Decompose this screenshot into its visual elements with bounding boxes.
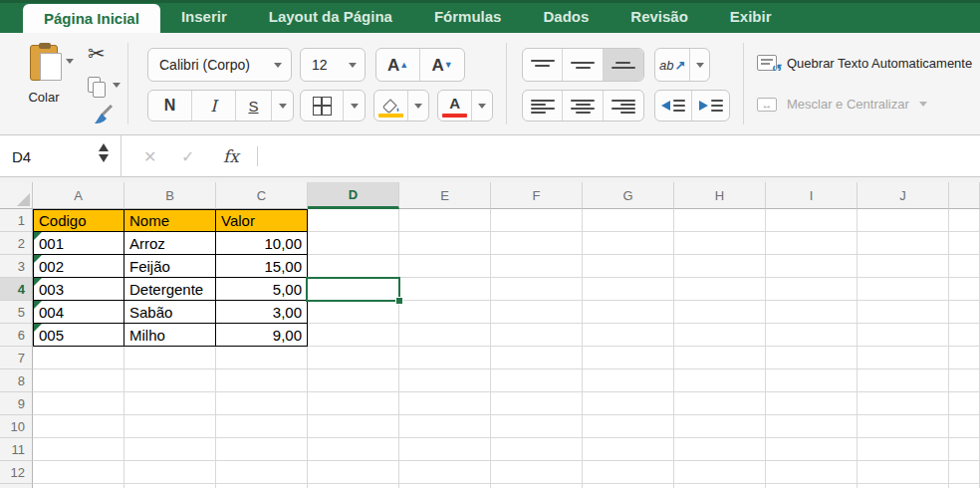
cell-E2[interactable] xyxy=(399,232,491,255)
cell-I5[interactable] xyxy=(766,301,858,324)
cell-F13[interactable] xyxy=(491,484,583,488)
cell-H3[interactable] xyxy=(674,255,766,278)
font-color-button[interactable]: A xyxy=(438,91,472,121)
cell-A13[interactable] xyxy=(33,484,124,488)
cell-E5[interactable] xyxy=(399,301,491,324)
cell-F4[interactable] xyxy=(491,278,583,301)
align-top-button[interactable] xyxy=(523,49,563,81)
table-cell-B3[interactable]: Feijão xyxy=(124,255,216,278)
cell-H13[interactable] xyxy=(674,484,766,488)
cut-button[interactable]: ✂ xyxy=(88,42,106,66)
cell-A10[interactable] xyxy=(33,415,124,438)
cell-D1[interactable] xyxy=(308,209,399,232)
cell-E9[interactable] xyxy=(399,392,491,415)
cell-F5[interactable] xyxy=(491,301,583,324)
cell-E12[interactable] xyxy=(399,461,491,484)
borders-dropdown[interactable] xyxy=(344,91,365,121)
italic-button[interactable]: I xyxy=(192,91,236,121)
cell-G13[interactable] xyxy=(583,484,674,488)
row-header-2[interactable]: 2 xyxy=(0,232,33,255)
cell-J6[interactable] xyxy=(858,324,949,347)
table-cell-C5[interactable]: 3,00 xyxy=(216,301,308,324)
row-header-9[interactable]: 9 xyxy=(0,392,33,415)
table-cell-A2[interactable]: 001 xyxy=(33,232,124,255)
cell-J3[interactable] xyxy=(858,255,949,278)
table-cell-A4[interactable]: 003 xyxy=(33,278,124,301)
select-all-corner[interactable] xyxy=(0,182,33,209)
paste-button[interactable]: Colar xyxy=(8,41,80,124)
cell-H4[interactable] xyxy=(674,278,766,301)
tab-formulas[interactable]: Fórmulas xyxy=(413,0,523,33)
font-color-dropdown[interactable] xyxy=(472,91,492,121)
merge-center-button[interactable]: ↔ Mesclar e Centralizar xyxy=(757,97,980,112)
cell-G6[interactable] xyxy=(583,324,674,347)
row-header-13[interactable]: 13 xyxy=(0,484,33,488)
text-orientation-button[interactable]: ab ↗ xyxy=(655,49,690,81)
cell-k12[interactable] xyxy=(949,461,980,484)
table-cell-C2[interactable]: 10,00 xyxy=(216,232,308,255)
cell-H6[interactable] xyxy=(674,324,766,347)
insert-function-button[interactable]: fx xyxy=(223,135,239,177)
font-name-select[interactable]: Calibri (Corpo) xyxy=(147,48,292,82)
tab-exibir[interactable]: Exibir xyxy=(709,0,793,33)
cell-H11[interactable] xyxy=(674,438,766,461)
cell-A7[interactable] xyxy=(33,347,124,369)
tab-layout-da-pagina[interactable]: Layout da Página xyxy=(248,0,413,33)
row-header-12[interactable]: 12 xyxy=(0,461,33,484)
cell-F3[interactable] xyxy=(491,255,583,278)
column-header-E[interactable]: E xyxy=(399,182,491,209)
align-middle-button[interactable] xyxy=(563,49,603,81)
cell-J2[interactable] xyxy=(858,232,949,255)
cell-C8[interactable] xyxy=(216,369,308,392)
cell-k1[interactable] xyxy=(949,209,980,232)
underline-dropdown[interactable] xyxy=(272,91,293,121)
cell-k10[interactable] xyxy=(949,415,980,438)
row-header-5[interactable]: 5 xyxy=(0,301,33,324)
cell-F7[interactable] xyxy=(491,347,583,369)
table-cell-B2[interactable]: Arroz xyxy=(124,232,216,255)
table-cell-A5[interactable]: 004 xyxy=(33,301,124,324)
tab-pagina-inicial[interactable]: Página Inicial xyxy=(23,4,160,33)
cell-A8[interactable] xyxy=(33,369,124,392)
cell-H10[interactable] xyxy=(674,415,766,438)
cell-A9[interactable] xyxy=(33,392,124,415)
cell-I13[interactable] xyxy=(766,484,858,488)
table-cell-B5[interactable]: Sabão xyxy=(124,301,216,324)
cell-G4[interactable] xyxy=(583,278,674,301)
column-header-B[interactable]: B xyxy=(124,182,216,209)
cell-H12[interactable] xyxy=(674,461,766,484)
cell-J11[interactable] xyxy=(858,438,949,461)
cell-H5[interactable] xyxy=(674,301,766,324)
cell-I3[interactable] xyxy=(766,255,858,278)
cancel-button[interactable]: ✕ xyxy=(143,135,156,177)
cell-B12[interactable] xyxy=(124,461,216,484)
wrap-text-button[interactable]: ↺ Quebrar Texto Automaticamente xyxy=(757,55,980,71)
cell-G9[interactable] xyxy=(583,392,674,415)
cell-G3[interactable] xyxy=(583,255,674,278)
cell-F12[interactable] xyxy=(491,461,583,484)
table-cell-C6[interactable]: 9,00 xyxy=(216,324,308,347)
cell-A12[interactable] xyxy=(33,461,124,484)
row-header-11[interactable]: 11 xyxy=(0,438,33,461)
cell-J7[interactable] xyxy=(858,347,949,369)
column-header-G[interactable]: G xyxy=(583,182,674,209)
cell-J10[interactable] xyxy=(858,415,949,438)
table-cell-B4[interactable]: Detergente xyxy=(124,278,216,301)
cell-E10[interactable] xyxy=(399,415,491,438)
cell-H7[interactable] xyxy=(674,347,766,369)
cell-I9[interactable] xyxy=(766,392,858,415)
confirm-button[interactable]: ✓ xyxy=(181,135,194,177)
cell-F6[interactable] xyxy=(491,324,583,347)
row-header-3[interactable]: 3 xyxy=(0,255,33,278)
cell-B13[interactable] xyxy=(124,484,216,488)
cell-J1[interactable] xyxy=(858,209,949,232)
decrease-indent-button[interactable] xyxy=(655,91,692,121)
table-cell-B6[interactable]: Milho xyxy=(124,324,216,347)
tab-inserir[interactable]: Inserir xyxy=(160,0,248,33)
cell-D10[interactable] xyxy=(308,415,399,438)
cell-k8[interactable] xyxy=(949,369,980,392)
cell-E13[interactable] xyxy=(399,484,491,488)
row-header-7[interactable]: 7 xyxy=(0,347,33,369)
column-header-I[interactable]: I xyxy=(766,182,858,209)
cell-D12[interactable] xyxy=(308,461,399,484)
